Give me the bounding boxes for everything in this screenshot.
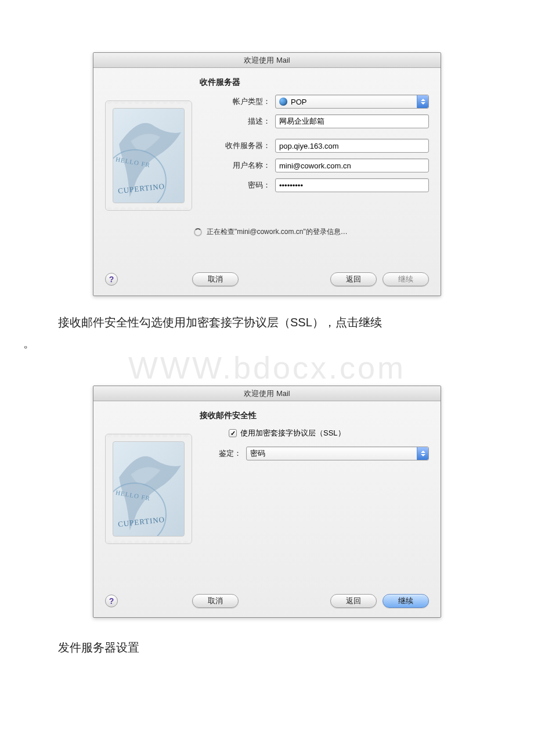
caption-outgoing: 发件服务器设置	[58, 639, 511, 656]
stamp-icon: HELLO FR CUPERTINO	[105, 434, 192, 544]
description-input[interactable]	[275, 114, 429, 128]
password-input[interactable]	[275, 178, 429, 192]
dialog-content: HELLO FR CUPERTINO 收件服务器 帐户类型： POP 描述：	[93, 68, 441, 265]
sheet-title: 收件服务器	[200, 77, 429, 88]
stamp-icon: HELLO FR CUPERTINO	[105, 100, 192, 211]
spinner-icon	[194, 228, 202, 236]
auth-value: 密码	[250, 448, 265, 459]
row-auth: 鉴定： 密码	[200, 447, 429, 460]
ssl-checkbox[interactable]: ✓	[229, 429, 237, 437]
window-title: 欢迎使用 Mail	[244, 56, 290, 64]
username-input[interactable]	[275, 159, 429, 172]
mail-setup-dialog-security: 欢迎使用 Mail HELLO FR CUPERTINO 接收邮件安全性 ✓	[93, 386, 441, 618]
help-button[interactable]: ?	[105, 595, 118, 607]
stamp-area: HELLO FR CUPERTINO	[105, 77, 195, 265]
back-button[interactable]: 返回	[330, 594, 377, 608]
stamp-image: HELLO FR CUPERTINO	[113, 441, 185, 537]
watermark-text: WWW.bdocx.com	[23, 350, 511, 386]
continue-button[interactable]: 继续	[383, 272, 429, 286]
dialog-content: HELLO FR CUPERTINO 接收邮件安全性 ✓ 使用加密套接字协议层（…	[93, 401, 441, 587]
row-password: 密码：	[200, 178, 429, 192]
auth-dropdown[interactable]: 密码	[246, 447, 429, 460]
incoming-server-input[interactable]	[275, 139, 429, 153]
ssl-checkbox-row: ✓ 使用加密套接字协议层（SSL）	[229, 428, 429, 438]
account-type-value: POP	[291, 98, 306, 106]
window-title: 欢迎使用 Mail	[244, 389, 290, 398]
form-area: 收件服务器 帐户类型： POP 描述： 收件服务器：	[195, 77, 429, 265]
caption-period: 。	[23, 334, 511, 352]
label-incoming-server: 收件服务器：	[200, 141, 275, 151]
label-username: 用户名称：	[200, 160, 275, 171]
label-account-type: 帐户类型：	[200, 96, 275, 107]
window-titlebar: 欢迎使用 Mail	[93, 386, 441, 401]
button-bar: ? 取消 返回 继续	[93, 587, 441, 617]
label-password: 密码：	[200, 180, 275, 190]
mail-setup-dialog-incoming: 欢迎使用 Mail HELLO FR CUPERTINO 收件服务器 帐户类型：	[93, 52, 441, 296]
dropdown-arrow-icon	[417, 447, 428, 460]
account-type-dropdown[interactable]: POP	[275, 95, 429, 109]
window-titlebar: 欢迎使用 Mail	[93, 53, 441, 68]
status-row: 正在检查"mini@cowork.com.cn"的登录信息…	[194, 227, 429, 237]
stamp-area: HELLO FR CUPERTINO	[105, 411, 195, 587]
back-button[interactable]: 返回	[330, 272, 377, 286]
stamp-image: HELLO FR CUPERTINO	[113, 108, 185, 203]
row-username: 用户名称：	[200, 159, 429, 172]
caption-ssl-instruction: 接收邮件安全性勾选使用加密套接字协议层（SSL），点击继续	[23, 314, 511, 331]
row-incoming-server: 收件服务器：	[200, 139, 429, 153]
status-text: 正在检查"mini@cowork.com.cn"的登录信息…	[207, 227, 348, 237]
dropdown-arrow-icon	[417, 95, 428, 108]
row-account-type: 帐户类型： POP	[200, 95, 429, 109]
label-auth: 鉴定：	[200, 448, 246, 459]
button-bar: ? 取消 返回 继续	[93, 265, 441, 296]
sheet-title: 接收邮件安全性	[200, 411, 429, 421]
ssl-checkbox-label: 使用加密套接字协议层（SSL）	[240, 428, 345, 438]
form-area: 接收邮件安全性 ✓ 使用加密套接字协议层（SSL） 鉴定： 密码	[195, 411, 429, 587]
globe-icon	[279, 98, 287, 106]
help-button[interactable]: ?	[105, 273, 118, 286]
row-description: 描述：	[200, 114, 429, 128]
cancel-button[interactable]: 取消	[192, 594, 239, 608]
continue-button[interactable]: 继续	[383, 594, 429, 608]
cancel-button[interactable]: 取消	[192, 272, 239, 286]
label-description: 描述：	[200, 116, 275, 127]
